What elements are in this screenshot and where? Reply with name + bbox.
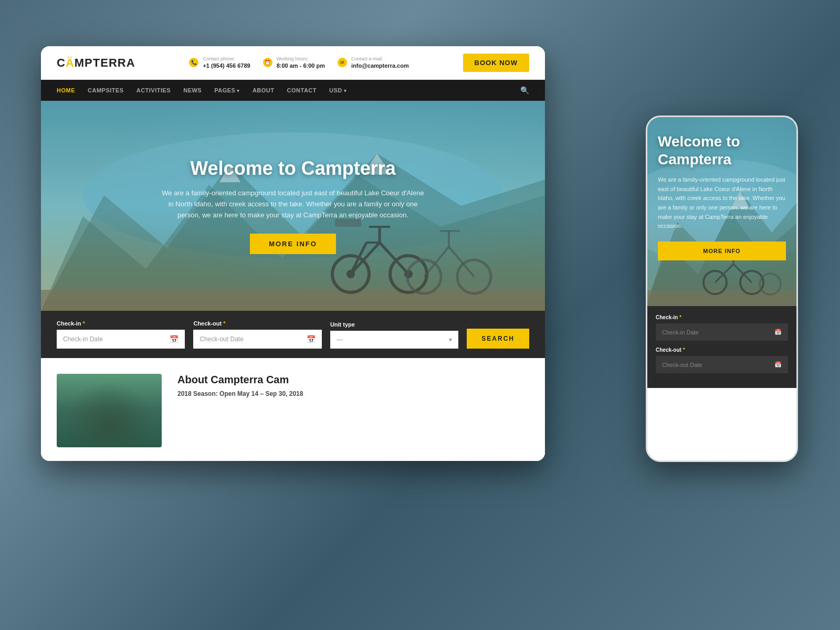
checkin-input[interactable]: Check-in Date 📅: [57, 330, 185, 349]
about-season: 2018 Season: Open May 14 – Sep 30, 2018: [177, 390, 303, 397]
phone-info-text: Contact phone: +1 (954) 456 6789: [203, 56, 250, 70]
hours-info-text: Working hours: 8:00 am - 6:00 pm: [277, 56, 325, 70]
checkin-field: Check-in * Check-in Date 📅: [57, 320, 185, 349]
nav-usd[interactable]: USD: [329, 81, 346, 100]
mobile-hero-title: Welcome to Campterra: [658, 133, 786, 168]
mobile-checkin-calendar-icon: 📅: [774, 329, 782, 335]
nav-news[interactable]: NEWS: [183, 81, 202, 100]
phone-icon: 📞: [189, 58, 198, 67]
site-nav: HOME CAMPSITES ACTIVITIES NEWS PAGES ABO…: [41, 80, 545, 101]
mobile-hero-cta-button[interactable]: MORE INFO: [658, 242, 786, 260]
hero-content: Welcome to Campterra We are a family-ori…: [162, 158, 424, 254]
phone-label: Contact phone:: [203, 56, 250, 62]
hero-title: Welcome to Campterra: [162, 158, 424, 180]
checkin-calendar-icon: 📅: [170, 335, 178, 343]
unit-type-select[interactable]: — ▾: [330, 331, 458, 349]
nav-about[interactable]: ABOUT: [253, 81, 275, 100]
nav-activities[interactable]: ACTIVITIES: [136, 81, 171, 100]
email-info-text: Contact e-mail: info@campterra.com: [351, 56, 409, 70]
mobile-checkout-placeholder: Check-out Date: [662, 362, 702, 368]
checkout-calendar-icon: 📅: [307, 335, 316, 343]
header-info: 📞 Contact phone: +1 (954) 456 6789 ⏰ Wor…: [189, 56, 408, 70]
checkin-placeholder: Check-in Date: [63, 335, 103, 343]
mobile-checkout-calendar-icon: 📅: [774, 361, 782, 368]
checkout-input[interactable]: Check-out Date 📅: [193, 330, 321, 349]
mobile-checkin-input[interactable]: Check-in Date 📅: [656, 323, 788, 341]
about-image-inner: [57, 374, 162, 447]
desktop-mockup: CÄMPTERRA 📞 Contact phone: +1 (954) 456 …: [41, 46, 545, 461]
hero-cta-button[interactable]: MORE INFO: [250, 234, 336, 254]
hero-description: We are a family-oriented campground loca…: [162, 188, 424, 220]
unit-type-field: Unit type — ▾: [330, 321, 458, 349]
mobile-mockup: Welcome to Campterra We are a family-ori…: [646, 116, 798, 462]
working-hours-item: ⏰ Working hours: 8:00 am - 6:00 pm: [263, 56, 325, 70]
unit-type-placeholder: —: [337, 336, 343, 343]
checkout-label: Check-out *: [193, 320, 321, 327]
mobile-hero-content: Welcome to Campterra We are a family-ori…: [647, 117, 796, 271]
checkin-label: Check-in *: [57, 320, 185, 327]
checkout-placeholder: Check-out Date: [200, 335, 243, 343]
hours-label: Working hours:: [277, 56, 325, 62]
mobile-checkin-field: Check-in * Check-in Date 📅: [656, 314, 788, 341]
email-label: Contact e-mail:: [351, 56, 409, 62]
mobile-checkout-field: Check-out * Check-out Date 📅: [656, 347, 788, 373]
clock-icon: ⏰: [263, 58, 272, 67]
nav-campsites[interactable]: CAMPSITES: [88, 81, 124, 100]
about-image: [57, 374, 162, 447]
mobile-booking-bar: Check-in * Check-in Date 📅 Check-out * C…: [647, 306, 796, 388]
hero-section: Welcome to Campterra We are a family-ori…: [41, 101, 545, 311]
email-value: info@campterra.com: [351, 62, 409, 69]
mobile-checkin-label: Check-in *: [656, 314, 788, 320]
svg-line-21: [449, 247, 474, 277]
nav-contact[interactable]: CONTACT: [287, 81, 317, 100]
about-content: About Campterra Cam 2018 Season: Open Ma…: [177, 374, 303, 447]
mobile-hero-description: We are a family-oriented campground loca…: [658, 175, 786, 231]
mobile-hero-section: Welcome to Campterra We are a family-ori…: [647, 117, 796, 306]
book-now-button[interactable]: BOOK NOW: [463, 54, 529, 72]
unit-type-arrow-icon: ▾: [449, 336, 452, 343]
mobile-checkout-label: Check-out *: [656, 347, 788, 353]
logo: CÄMPTERRA: [57, 56, 135, 70]
about-title: About Campterra Cam: [177, 374, 303, 386]
contact-phone-item: 📞 Contact phone: +1 (954) 456 6789: [189, 56, 250, 70]
nav-pages[interactable]: PAGES: [214, 81, 240, 100]
svg-line-20: [424, 247, 449, 277]
search-button[interactable]: SEARCH: [467, 329, 529, 349]
about-section: About Campterra Cam 2018 Season: Open Ma…: [41, 358, 545, 461]
search-icon[interactable]: 🔍: [520, 86, 529, 94]
site-header: CÄMPTERRA 📞 Contact phone: +1 (954) 456 …: [41, 46, 545, 80]
mobile-checkin-placeholder: Check-in Date: [662, 329, 699, 335]
booking-bar: Check-in * Check-in Date 📅 Check-out * C…: [41, 311, 545, 358]
phone-value: +1 (954) 456 6789: [203, 62, 250, 69]
logo-accent: Ä: [66, 56, 75, 69]
hours-value: 8:00 am - 6:00 pm: [277, 62, 325, 69]
contact-email-item: ✉ Contact e-mail: info@campterra.com: [338, 56, 409, 70]
email-icon: ✉: [338, 58, 347, 67]
nav-home[interactable]: HOME: [57, 81, 75, 100]
unit-type-label: Unit type: [330, 321, 458, 328]
checkout-field: Check-out * Check-out Date 📅: [193, 320, 321, 349]
mobile-checkout-input[interactable]: Check-out Date 📅: [656, 356, 788, 373]
